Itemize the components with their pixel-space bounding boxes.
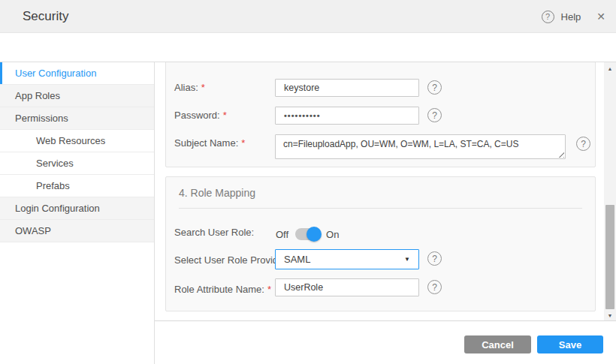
subject-name-help-icon[interactable]: ? bbox=[576, 137, 590, 151]
close-icon[interactable]: ✕ bbox=[596, 11, 605, 23]
content-scroll-area: Alias:* ? Password:* ? Subject Name:* cn… bbox=[155, 62, 616, 321]
save-button[interactable]: Save bbox=[537, 335, 603, 353]
dropdown-caret-icon: ▼ bbox=[404, 256, 410, 263]
sidebar-item-app-roles[interactable]: App Roles bbox=[0, 85, 154, 107]
selected-option: SAML bbox=[284, 254, 310, 265]
vertical-scrollbar[interactable]: ▲ ▼ bbox=[604, 62, 616, 321]
toggle-knob bbox=[306, 227, 322, 242]
page-title: Security bbox=[23, 9, 68, 24]
alias-label: Alias:* bbox=[174, 82, 205, 93]
user-role-provider-label: Select User Role Provider: bbox=[174, 254, 289, 266]
authentication-row: Authentication: Off On bbox=[0, 33, 616, 62]
role-attribute-help-icon[interactable]: ? bbox=[427, 280, 442, 294]
required-asterisk: * bbox=[223, 110, 227, 121]
required-asterisk: * bbox=[241, 137, 245, 149]
role-attribute-name-label: Role Attribute Name:* bbox=[174, 284, 271, 295]
security-settings-window: Security ? Help ✕ Authentication: Off On… bbox=[0, 0, 616, 364]
resize-grip-icon[interactable] bbox=[557, 151, 564, 158]
sidebar-nav: User Configuration App Roles Permissions… bbox=[0, 62, 155, 364]
sidebar-item-prefabs[interactable]: Prefabs bbox=[0, 175, 154, 197]
header-bar: Security ? Help ✕ bbox=[0, 0, 616, 33]
scrollbar-thumb[interactable] bbox=[605, 205, 614, 309]
header-actions: ? Help ✕ bbox=[542, 0, 605, 33]
help-icon[interactable]: ? bbox=[542, 11, 554, 23]
subject-name-textarea[interactable]: cn=FileuploadApp, OU=WM, O=WM, L=LA, ST=… bbox=[275, 134, 566, 159]
search-user-role-toggle-group: Off On bbox=[276, 228, 339, 240]
search-user-role-toggle[interactable] bbox=[295, 228, 319, 240]
subject-name-label: Subject Name:* bbox=[174, 137, 245, 149]
section-divider bbox=[179, 208, 582, 209]
role-mapping-heading: 4. Role Mapping bbox=[179, 187, 255, 199]
alias-input[interactable] bbox=[275, 79, 419, 97]
password-label: Password:* bbox=[174, 110, 227, 121]
search-user-role-off-label: Off bbox=[276, 229, 288, 240]
help-link[interactable]: Help bbox=[561, 11, 581, 23]
sidebar-item-services[interactable]: Services bbox=[0, 152, 154, 175]
scroll-up-icon[interactable]: ▲ bbox=[604, 64, 616, 73]
search-user-role-label: Search User Role: bbox=[174, 227, 254, 238]
sidebar-item-permissions[interactable]: Permissions bbox=[0, 107, 154, 130]
required-asterisk: * bbox=[201, 82, 205, 93]
sidebar-item-user-configuration[interactable]: User Configuration bbox=[0, 62, 154, 85]
sidebar-item-owasp[interactable]: OWASP bbox=[0, 220, 154, 242]
alias-help-icon[interactable]: ? bbox=[427, 80, 442, 95]
sidebar-item-login-configuration[interactable]: Login Configuration bbox=[0, 197, 154, 220]
provider-help-icon[interactable]: ? bbox=[427, 251, 442, 266]
cancel-button[interactable]: Cancel bbox=[464, 335, 531, 353]
required-asterisk: * bbox=[267, 284, 271, 295]
sidebar-item-web-resources[interactable]: Web Resources bbox=[0, 130, 154, 152]
password-help-icon[interactable]: ? bbox=[427, 108, 442, 122]
search-user-role-on-label: On bbox=[326, 229, 339, 240]
role-attribute-name-input[interactable] bbox=[275, 278, 419, 296]
scroll-down-icon[interactable]: ▼ bbox=[604, 311, 616, 320]
password-input[interactable] bbox=[275, 107, 419, 125]
user-role-provider-select[interactable]: SAML ▼ bbox=[275, 249, 419, 269]
